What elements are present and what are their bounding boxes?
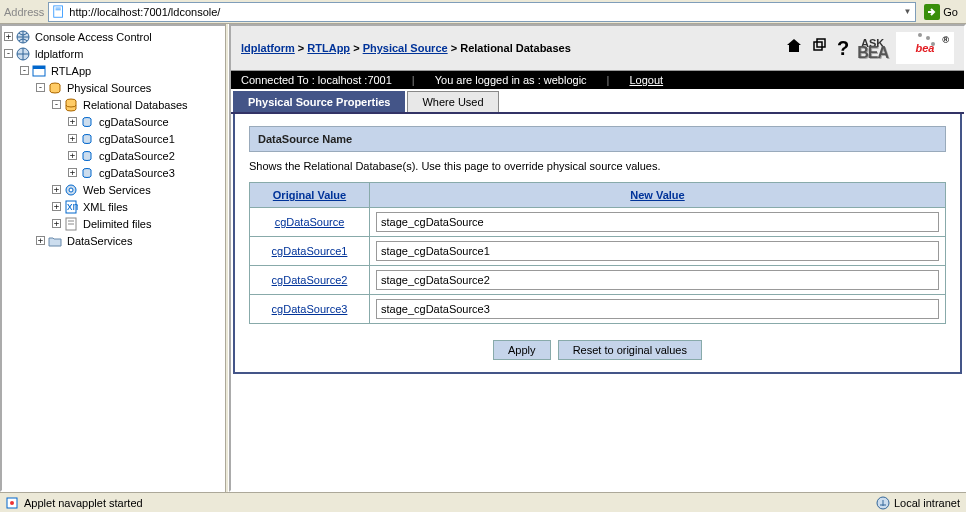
expand-icon[interactable]: + [68,134,77,143]
new-value-input[interactable] [376,270,939,290]
tree-label: Delimited files [81,218,153,230]
go-label: Go [943,6,958,18]
address-input[interactable] [69,6,899,18]
tree-label: RTLApp [49,65,93,77]
tree-label: DataServices [65,235,134,247]
tree-label: XML files [81,201,130,213]
home-icon[interactable] [785,37,803,60]
original-value-cell[interactable]: cgDataSource1 [250,237,370,266]
original-value-cell[interactable]: cgDataSource2 [250,266,370,295]
collapse-icon[interactable]: - [52,100,61,109]
go-button[interactable]: Go [920,2,962,22]
logout-link[interactable]: Logout [629,74,663,86]
tree-item-datasource[interactable]: +cgDataSource1 [68,130,225,147]
tree-label: cgDataSource2 [97,150,177,162]
collapse-icon[interactable]: - [20,66,29,75]
table-row: cgDataSource1 [250,237,946,266]
cylinder-icon [79,131,95,147]
connection-status-bar: Connected To : localhost :7001 | You are… [231,71,964,89]
new-value-input[interactable] [376,299,939,319]
expand-icon[interactable]: + [36,236,45,245]
tree-item-xml-files[interactable]: +xmlXML files [52,198,225,215]
collapse-icon[interactable]: - [4,49,13,58]
cylinder-icon [79,114,95,130]
svg-rect-2 [56,9,61,10]
tree-label: cgDataSource [97,116,171,128]
new-value-input[interactable] [376,212,939,232]
status-sep: | [607,74,610,86]
tree-label: Web Services [81,184,153,196]
new-value-cell [370,266,946,295]
breadcrumb-sep: > [298,42,307,54]
tree-label: Physical Sources [65,82,153,94]
status-connected: Connected To : localhost :7001 [241,74,392,86]
expand-icon[interactable]: + [52,219,61,228]
new-value-input[interactable] [376,241,939,261]
breadcrumb-link[interactable]: RTLApp [307,42,350,54]
new-value-cell [370,237,946,266]
svg-rect-6 [33,66,45,69]
tree-item-relational-db[interactable]: - Relational Databases [52,96,225,113]
status-loggedin: You are logged in as : weblogic [435,74,587,86]
breadcrumb: ldplatform > RTLApp > Physical Source > … [241,42,571,54]
address-field-wrap[interactable]: ▼ [48,2,916,22]
tree-item-console-access[interactable]: + Console Access Control [4,28,225,45]
expand-icon[interactable]: + [4,32,13,41]
col-original-value[interactable]: Original Value [250,183,370,208]
svg-point-23 [10,501,14,505]
tree-item-datasource[interactable]: +cgDataSource [68,113,225,130]
address-label: Address [4,6,44,18]
new-value-cell [370,295,946,324]
globe-icon [15,46,31,62]
breadcrumb-bar: ldplatform > RTLApp > Physical Source > … [231,26,964,71]
tree-item-dataservices[interactable]: +DataServices [36,232,225,249]
svg-rect-21 [817,39,825,47]
breadcrumb-sep: > [451,42,460,54]
reset-button[interactable]: Reset to original values [558,340,702,360]
tree-label: Console Access Control [33,31,154,43]
tab-where-used[interactable]: Where Used [407,91,498,112]
expand-icon[interactable]: + [68,168,77,177]
xml-icon: xml [63,199,79,215]
original-value-cell[interactable]: cgDataSource3 [250,295,370,324]
tree-item-datasource[interactable]: +cgDataSource3 [68,164,225,181]
col-new-value[interactable]: New Value [370,183,946,208]
tree-item-ldplatform[interactable]: - ldplatform [4,45,225,62]
file-icon [63,216,79,232]
source-icon [47,80,63,96]
expand-icon[interactable]: + [52,202,61,211]
browser-status-bar: Applet navapplet started Local intranet [0,492,966,512]
original-value-cell[interactable]: cgDataSource [250,208,370,237]
status-sep: | [412,74,415,86]
tab-physical-source-properties[interactable]: Physical Source Properties [233,91,405,112]
tree-item-datasource[interactable]: +cgDataSource2 [68,147,225,164]
breadcrumb-current: Relational Databases [460,42,571,54]
expand-icon[interactable]: + [68,117,77,126]
tree-label: cgDataSource1 [97,133,177,145]
expand-icon[interactable]: + [68,151,77,160]
collapse-icon[interactable]: - [36,83,45,92]
navigation-tree[interactable]: + Console Access Control - ldplatform [0,24,225,492]
svg-text:xml: xml [67,200,78,212]
apply-button[interactable]: Apply [493,340,551,360]
breadcrumb-sep: > [353,42,362,54]
ask-bea-link[interactable]: ASKBEA [857,39,888,57]
app-icon [31,63,47,79]
breadcrumb-link[interactable]: Physical Source [363,42,448,54]
address-dropdown-icon[interactable]: ▼ [901,7,913,16]
tree-item-rtlapp[interactable]: - RTLApp [20,62,225,79]
help-icon[interactable]: ? [837,37,849,60]
cylinder-icon [79,165,95,181]
tree-item-delimited-files[interactable]: +Delimited files [52,215,225,232]
tree-item-web-services[interactable]: +Web Services [52,181,225,198]
tree-label: cgDataSource3 [97,167,177,179]
breadcrumb-link[interactable]: ldplatform [241,42,295,54]
expand-icon[interactable]: + [52,185,61,194]
gear-icon [63,182,79,198]
folder-icon [47,233,63,249]
tree-item-physical-sources[interactable]: - Physical Sources [36,79,225,96]
applet-icon [6,496,20,510]
table-row: cgDataSource2 [250,266,946,295]
toolbar-icons: ? ASKBEA bea® [785,32,954,64]
windows-icon[interactable] [811,37,829,60]
